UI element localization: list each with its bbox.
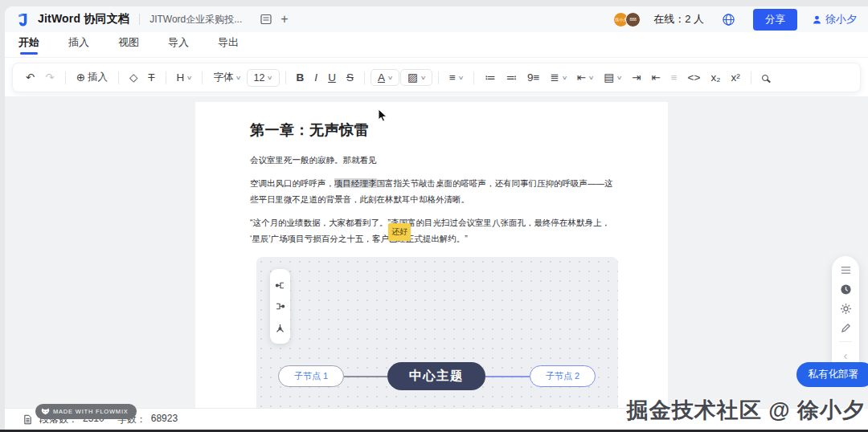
settings-icon[interactable] <box>840 303 852 315</box>
private-deploy-button[interactable]: 私有化部署 <box>796 362 868 387</box>
font-size-select[interactable]: 12∨ <box>247 69 280 87</box>
bold-button[interactable]: B <box>292 70 309 86</box>
insert-button[interactable]: ⊕插入 <box>72 68 113 87</box>
underline-button[interactable]: U <box>323 70 341 86</box>
top-bar: JitWord 协同文档 JITWord企业采购投... + 徐小夕888 在线… <box>5 6 868 32</box>
mindmap-connector-left <box>344 376 387 377</box>
layout-right-icon[interactable] <box>275 280 285 291</box>
toolbar: ↶↷⊕插入◇TH∨字体∨12∨BIUSA∨▨∨≡∨≔≕9≡≣∨⇤∨▤∨⇥⇤≡<>… <box>12 63 861 92</box>
font-color-select[interactable]: A∨ <box>371 69 399 87</box>
toolbar-divider <box>473 71 474 84</box>
menu-item[interactable]: 视图 <box>116 35 141 57</box>
line-height-select[interactable]: ≣∨ <box>545 70 571 86</box>
chapter-heading: 第一章：无声惊雷 <box>250 120 613 140</box>
toolbar-divider <box>166 71 166 84</box>
menu-bar: 开始插入视图导入导出 <box>5 32 868 58</box>
code-icon[interactable]: <> <box>683 70 706 86</box>
divider-insert-icon[interactable]: ≡ <box>666 70 682 86</box>
toolbar-divider <box>118 71 119 84</box>
collapse-icon[interactable]: ‹ <box>844 349 848 361</box>
toolbar-divider <box>202 71 203 84</box>
toolbar-wrap: ↶↷⊕插入◇TH∨字体∨12∨BIUSA∨▨∨≡∨≔≕9≡≣∨⇤∨▤∨⇥⇤≡<>… <box>5 59 868 96</box>
mindmap-block[interactable]: 子节点 1 中心主题 子节点 2 <box>256 257 618 408</box>
toolbar-divider <box>364 71 365 84</box>
document-stats-icon <box>23 414 33 425</box>
outline-icon[interactable] <box>840 264 852 276</box>
app-window: JitWord 协同文档 JITWord企业采购投... + 徐小夕888 在线… <box>5 6 868 430</box>
search-icon[interactable] <box>757 72 773 84</box>
document-tab[interactable]: JITWord企业采购投... <box>149 13 242 26</box>
toolbar-divider <box>285 71 286 84</box>
document-page[interactable]: 第一章：无声惊雷 会议室里死一般的寂静。那就看见 空调出风口的呼呼声，项目经理李… <box>195 102 668 408</box>
subscript-icon[interactable]: x₂ <box>706 70 725 86</box>
add-tab-button[interactable]: + <box>280 13 288 26</box>
layout-radial-icon[interactable] <box>275 323 285 333</box>
font-family-select[interactable]: 字体∨ <box>208 68 245 87</box>
history-icon[interactable] <box>840 283 852 295</box>
align-select[interactable]: ≡∨ <box>444 70 468 86</box>
toolbar-divider <box>751 71 751 84</box>
app-title: JitWord 协同文档 <box>38 12 129 26</box>
share-button[interactable]: 分享 <box>753 9 797 31</box>
paragraph-1: 会议室里死一般的寂静。那就看见 <box>250 152 613 168</box>
heading-select[interactable]: H∨ <box>172 70 197 86</box>
mindmap-connector-right <box>485 376 530 377</box>
online-count: 在线：2 人 <box>653 12 704 26</box>
undo-icon[interactable]: ↶ <box>21 70 39 86</box>
eraser-icon[interactable]: ◇ <box>125 70 142 86</box>
online-avatars[interactable]: 徐小夕888 <box>613 12 641 27</box>
highlighted-text: 项目经理李 <box>334 178 377 188</box>
document-area: 第一章：无声惊雷 会议室里死一般的寂静。那就看见 空调出风口的呼呼声，项目经理李… <box>5 96 868 408</box>
italic-button[interactable]: I <box>309 70 322 86</box>
paragraph-2: 空调出风口的呼呼声，项目经理李国富指关节敲击桌面的嗒嗒声，还有同事们压抑的呼吸声… <box>250 175 613 207</box>
menu-item[interactable]: 插入 <box>66 35 92 57</box>
numbered-list-button[interactable]: 9≡ <box>522 70 544 86</box>
made-with-badge[interactable]: MADE WITH FLOWMIX <box>35 404 137 419</box>
globe-icon[interactable] <box>722 13 735 26</box>
divider <box>139 14 140 25</box>
user-icon <box>812 14 822 25</box>
word-count-value: 68923 <box>151 413 178 426</box>
mindmap-child-node-2[interactable]: 子节点 2 <box>530 365 596 387</box>
user-name: 徐小夕 <box>825 12 857 26</box>
indent-decrease-icon[interactable]: ⇤ <box>646 70 665 86</box>
current-user[interactable]: 徐小夕 <box>812 12 857 26</box>
panel-divider <box>839 341 852 342</box>
indent-increase-icon[interactable]: ⇥ <box>627 70 645 86</box>
avatar[interactable]: 888 <box>625 12 641 27</box>
clear-format-icon[interactable]: T <box>143 70 159 86</box>
bullet-list-button[interactable]: ≔ <box>480 70 501 86</box>
mindmap-child-node-1[interactable]: 子节点 1 <box>278 365 344 387</box>
fox-logo-icon <box>41 407 50 416</box>
menu-item[interactable]: 导入 <box>166 35 191 57</box>
highlight-color-select[interactable]: ▨∨ <box>400 69 432 87</box>
menu-item[interactable]: 导出 <box>215 35 241 57</box>
made-with-label: MADE WITH FLOWMIX <box>53 408 129 415</box>
collaborator-cursor-tag: 还好 <box>388 223 411 241</box>
right-tool-panel: ‹ <box>832 256 859 378</box>
toolbar-divider <box>438 71 439 84</box>
menu-item[interactable]: 开始 <box>16 35 42 57</box>
redo-icon[interactable]: ↷ <box>40 70 59 86</box>
outdent-select[interactable]: ⇤∨ <box>572 70 598 86</box>
strikethrough-button[interactable]: S <box>342 70 358 86</box>
superscript-icon[interactable]: x² <box>726 70 744 86</box>
paragraph-3: “这个月的业绩数据，大家都看到了。”李国富的目光扫过会议室里八张面孔，最终停在林… <box>250 214 613 247</box>
app-logo-icon <box>16 12 31 27</box>
pen-icon[interactable] <box>840 322 852 334</box>
mindmap-center-node[interactable]: 中心主题 <box>387 362 485 390</box>
tab-list-icon[interactable] <box>260 13 272 26</box>
table-select[interactable]: ▤∨ <box>599 70 626 86</box>
layout-left-icon[interactable] <box>275 301 285 312</box>
ordered-list-button[interactable]: ≕ <box>501 70 522 86</box>
toolbar-divider <box>65 71 66 84</box>
mindmap-toolbar <box>270 269 290 344</box>
